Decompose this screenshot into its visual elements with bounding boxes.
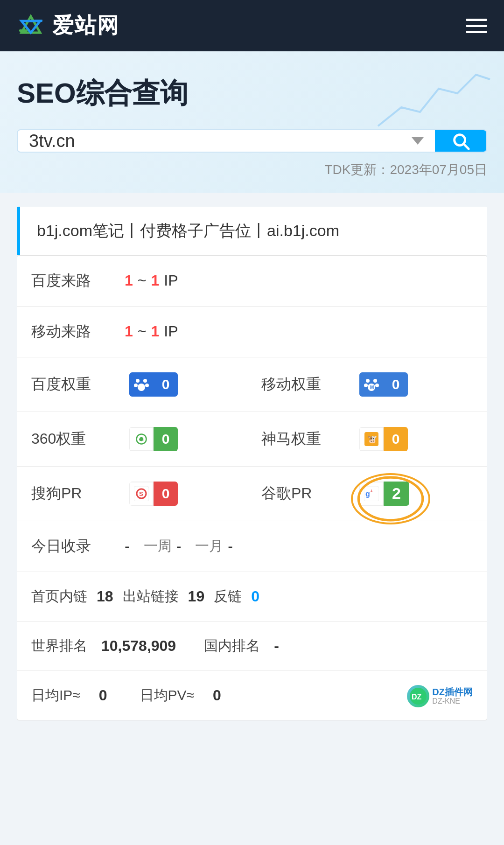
baidu-traffic-min: 1 <box>125 272 133 289</box>
svg-text:S: S <box>139 490 143 497</box>
sogou-pr-cell: 搜狗PR S 0 <box>31 482 243 506</box>
month-label: 一月 <box>195 537 223 556</box>
baidu-weight-cell: 百度权重 0 <box>31 372 243 397</box>
collection-values: - 一周 - 一月 - <box>125 537 473 556</box>
pr-row: 搜狗PR S 0 谷歌PR g <box>17 467 487 521</box>
google-pr-badge: g + 2 <box>359 482 409 506</box>
mobile-weight-cell: 移动权重 M 0 <box>261 372 473 397</box>
google-pr-num: 2 <box>384 482 409 506</box>
dz-text-block: DZ插件网 DZ-KNE <box>432 687 473 705</box>
logo-icon <box>17 12 45 40</box>
svg-text:+: + <box>370 489 373 494</box>
shenma-weight-cell: 神马权重 🐮 0 <box>261 427 473 451</box>
google-pr-label: 谷歌PR <box>261 483 355 504</box>
collection-row: 今日收录 - 一周 - 一月 - <box>17 521 487 572</box>
header: 爱站网 <box>0 0 504 51</box>
svg-text:DZ: DZ <box>412 693 422 701</box>
shenma-weight-label: 神马权重 <box>261 429 355 449</box>
bg-chart-decoration <box>373 61 495 135</box>
hamburger-button[interactable] <box>466 19 487 33</box>
360-weight-badge: O. 0 <box>129 427 178 451</box>
svg-point-10 <box>366 379 370 383</box>
baidu-traffic-value: 1 ~ 1 IP <box>125 272 473 289</box>
outbound-links-label: 出站链接 <box>123 587 179 606</box>
cn-rank-val: - <box>274 637 279 655</box>
svg-text:g: g <box>365 490 370 498</box>
outbound-links-val: 19 <box>188 588 205 605</box>
baidu-weight-num: 0 <box>154 372 178 397</box>
360-weight-row: 360权重 O. 0 神马权重 🐮 <box>17 412 487 467</box>
mobile-weight-badge: M 0 <box>359 372 408 397</box>
seo-data-table: 百度来路 1 ~ 1 IP 移动来路 1 ~ 1 IP 百度权重 0 <box>17 255 487 720</box>
hamburger-line-1 <box>466 19 487 21</box>
world-rank-label: 世界排名 <box>31 636 87 656</box>
sogou-icon: S <box>129 482 154 506</box>
google-icon: g + <box>359 482 384 506</box>
links-data: 首页内链 18 出站链接 19 反链 0 <box>31 587 473 606</box>
search-input[interactable]: 3tv.cn <box>29 131 405 151</box>
week-label: 一周 <box>144 537 172 556</box>
ad-banner-text: b1j.com笔记丨付费格子广告位丨ai.b1j.com <box>37 222 339 239</box>
daily-ip-label: 日均IP≈ <box>31 686 80 705</box>
baidu-weight-row: 百度权重 0 移动权重 M 0 <box>17 357 487 412</box>
links-row: 首页内链 18 出站链接 19 反链 0 <box>17 572 487 622</box>
svg-point-9 <box>138 384 145 391</box>
world-rank-val: 10,578,909 <box>101 637 176 655</box>
svg-point-5 <box>136 379 140 383</box>
svg-rect-4 <box>34 20 42 22</box>
logo-area: 爱站网 <box>17 11 119 40</box>
mobile-traffic-label: 移动来路 <box>31 321 125 342</box>
search-bar: 3tv.cn <box>17 129 487 153</box>
mobile-traffic-row: 移动来路 1 ~ 1 IP <box>17 307 487 357</box>
logo-text: 爱站网 <box>52 11 119 40</box>
shenma-weight-badge: 🐮 0 <box>359 427 408 451</box>
mobile-traffic-min: 1 <box>125 323 133 340</box>
mobile-weight-label: 移动权重 <box>261 374 355 395</box>
baidu-traffic-row: 百度来路 1 ~ 1 IP <box>17 256 487 307</box>
hamburger-line-3 <box>466 31 487 33</box>
baidu-traffic-unit: IP <box>164 272 178 289</box>
svg-point-8 <box>145 384 149 387</box>
google-pr-cell: 谷歌PR g + 2 <box>261 482 473 506</box>
today-collection-val: - <box>125 538 130 555</box>
svg-text:🐮: 🐮 <box>367 434 378 444</box>
shenma-icon: 🐮 <box>359 427 384 451</box>
ad-banner: b1j.com笔记丨付费格子广告位丨ai.b1j.com <box>17 207 487 255</box>
search-input-wrap[interactable]: 3tv.cn <box>18 130 435 152</box>
svg-point-7 <box>134 384 138 387</box>
svg-text:M: M <box>370 385 374 390</box>
daily-stats-row: 日均IP≈ 0 日均PV≈ 0 DZ DZ插件网 DZ-KNE <box>17 671 487 720</box>
svg-point-12 <box>364 384 368 387</box>
daily-pv-label: 日均PV≈ <box>140 686 194 705</box>
sogou-pr-label: 搜狗PR <box>31 483 125 504</box>
tdk-update-text: TDK更新：2023年07月05日 <box>17 161 487 179</box>
360-weight-label: 360权重 <box>31 429 125 449</box>
google-pr-wrap: g + 2 <box>359 482 409 506</box>
mobile-traffic-max: 1 <box>151 323 159 340</box>
baidu-traffic-tilde: ~ <box>138 272 147 289</box>
svg-point-6 <box>143 379 147 383</box>
daily-pv-val: 0 <box>213 687 221 704</box>
svg-point-11 <box>373 379 377 383</box>
daily-ip-val: 0 <box>99 687 107 704</box>
inner-links-val: 18 <box>97 588 113 605</box>
mobile-paw-icon: M <box>359 372 384 397</box>
baidu-traffic-max: 1 <box>151 272 159 289</box>
dz-logo: DZ DZ插件网 DZ-KNE <box>407 685 473 707</box>
cn-rank-label: 国内排名 <box>204 636 260 656</box>
mobile-traffic-tilde: ~ <box>138 323 147 340</box>
sogou-pr-badge: S 0 <box>129 482 178 506</box>
month-collection-val: - <box>228 538 233 555</box>
dropdown-arrow-icon[interactable] <box>412 137 424 145</box>
hamburger-line-2 <box>466 25 487 27</box>
360-weight-num: 0 <box>154 427 178 451</box>
world-rank-row: 世界排名 10,578,909 国内排名 - <box>17 622 487 671</box>
shenma-weight-num: 0 <box>384 427 408 451</box>
mobile-weight-num: 0 <box>384 372 408 397</box>
week-collection-val: - <box>176 538 182 555</box>
baidu-traffic-label: 百度来路 <box>31 271 125 291</box>
mobile-traffic-value: 1 ~ 1 IP <box>125 323 473 340</box>
daily-stats-data: 日均IP≈ 0 日均PV≈ 0 DZ DZ插件网 DZ-KNE <box>31 686 473 705</box>
seo-query-section: SEO综合查询 3tv.cn TDK更新：2023年07月05日 <box>0 51 504 193</box>
svg-point-13 <box>375 384 379 387</box>
